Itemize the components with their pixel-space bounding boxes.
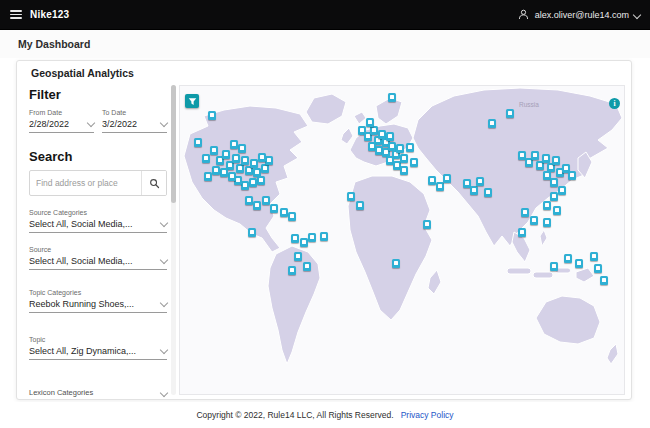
map-marker[interactable] xyxy=(300,238,308,247)
search-button[interactable] xyxy=(141,171,166,195)
source-select[interactable]: Select All, Social Media,... xyxy=(29,256,167,270)
map-marker[interactable] xyxy=(202,154,210,163)
map-marker[interactable] xyxy=(550,262,558,271)
map-marker[interactable] xyxy=(400,166,408,175)
map-marker[interactable] xyxy=(400,154,408,163)
source-categories-select[interactable]: Select All, Social Media,... xyxy=(29,219,167,233)
map-marker[interactable] xyxy=(594,264,602,273)
topic-label: Topic xyxy=(29,336,167,343)
map-marker[interactable] xyxy=(558,186,566,195)
map-marker[interactable] xyxy=(553,206,561,215)
privacy-policy-link[interactable]: Privacy Policy xyxy=(401,410,454,420)
map-marker[interactable] xyxy=(443,174,451,183)
map-marker[interactable] xyxy=(386,132,394,141)
map-marker[interactable] xyxy=(506,109,514,118)
map-marker[interactable] xyxy=(347,192,355,201)
map-marker[interactable] xyxy=(194,138,202,147)
geospatial-map[interactable]: i Russia xyxy=(179,85,625,395)
map-filter-button[interactable] xyxy=(185,94,199,108)
map-marker[interactable] xyxy=(476,177,484,186)
map-marker[interactable] xyxy=(550,192,558,201)
map-marker[interactable] xyxy=(232,154,240,163)
to-date-select[interactable]: 3/2/2022 xyxy=(102,119,167,133)
topic-categories-value: Reebok Running Shoes,... xyxy=(29,299,134,309)
map-marker[interactable] xyxy=(241,156,249,165)
map-marker[interactable] xyxy=(265,156,273,165)
map-marker[interactable] xyxy=(258,153,266,162)
map-marker[interactable] xyxy=(356,201,364,210)
map-marker[interactable] xyxy=(488,119,496,128)
map-marker[interactable] xyxy=(248,228,256,237)
map-marker[interactable] xyxy=(396,144,404,153)
map-marker[interactable] xyxy=(288,212,296,221)
map-marker[interactable] xyxy=(250,159,258,168)
map-marker[interactable] xyxy=(531,151,539,160)
from-date-select[interactable]: 2/28/2022 xyxy=(29,119,94,133)
map-marker[interactable] xyxy=(590,252,598,261)
map-marker[interactable] xyxy=(600,276,608,285)
chevron-down-icon xyxy=(633,10,641,18)
map-marker[interactable] xyxy=(543,218,551,227)
search-icon xyxy=(149,178,160,189)
map-marker[interactable] xyxy=(220,168,228,177)
lexicon-categories-select[interactable]: Lexicon Categories xyxy=(29,388,167,397)
map-marker[interactable] xyxy=(280,208,288,217)
map-marker[interactable] xyxy=(410,158,418,167)
map-marker[interactable] xyxy=(245,196,253,205)
map-marker[interactable] xyxy=(262,196,270,205)
map-marker[interactable] xyxy=(406,143,414,152)
map-marker[interactable] xyxy=(428,176,436,185)
map-marker[interactable] xyxy=(253,201,261,210)
hamburger-menu-icon[interactable] xyxy=(10,10,22,19)
topic-select[interactable]: Select All, Zig Dynamica,... xyxy=(29,346,167,360)
map-marker[interactable] xyxy=(212,166,220,175)
map-marker[interactable] xyxy=(543,201,551,210)
map-marker[interactable] xyxy=(436,182,444,191)
topic-categories-select[interactable]: Reebok Running Shoes,... xyxy=(29,299,167,313)
scrollbar-thumb[interactable] xyxy=(171,85,176,203)
map-marker[interactable] xyxy=(370,126,378,135)
map-marker[interactable] xyxy=(484,188,492,197)
map-marker[interactable] xyxy=(530,216,538,225)
map-marker[interactable] xyxy=(288,266,296,275)
map-marker[interactable] xyxy=(261,164,269,173)
map-marker[interactable] xyxy=(303,262,311,271)
search-input[interactable] xyxy=(30,171,141,195)
map-marker[interactable] xyxy=(294,252,302,261)
map-marker[interactable] xyxy=(392,259,400,268)
map-marker[interactable] xyxy=(521,208,529,217)
topic-categories-label: Topic Categories xyxy=(29,289,167,296)
map-marker[interactable] xyxy=(470,186,478,195)
map-marker[interactable] xyxy=(210,146,218,155)
map-marker[interactable] xyxy=(222,150,230,159)
map-marker[interactable] xyxy=(423,220,431,229)
map-marker[interactable] xyxy=(552,156,560,165)
map-marker[interactable] xyxy=(564,254,572,263)
to-date-value: 3/2/2022 xyxy=(102,119,137,129)
map-marker[interactable] xyxy=(236,164,244,173)
map-marker[interactable] xyxy=(228,172,236,181)
map-marker[interactable] xyxy=(208,111,216,120)
map-marker[interactable] xyxy=(320,232,328,241)
map-marker[interactable] xyxy=(568,171,576,180)
map-marker[interactable] xyxy=(366,118,374,127)
map-marker[interactable] xyxy=(257,176,265,185)
map-marker[interactable] xyxy=(518,228,526,237)
map-marker[interactable] xyxy=(238,144,246,153)
map-marker[interactable] xyxy=(230,140,238,149)
map-marker[interactable] xyxy=(308,233,316,242)
map-marker[interactable] xyxy=(204,172,212,181)
source-categories-label: Source Categories xyxy=(29,209,167,216)
map-marker[interactable] xyxy=(575,259,583,268)
funnel-icon xyxy=(188,97,197,106)
user-menu[interactable]: alex.oliver@rule14.com xyxy=(517,8,640,21)
map-marker[interactable] xyxy=(388,93,396,102)
map-marker[interactable] xyxy=(241,181,249,190)
map-marker[interactable] xyxy=(291,234,299,243)
copyright-text: Copyright © 2022, Rule14 LLC, All Rights… xyxy=(196,410,393,420)
map-marker[interactable] xyxy=(550,178,558,187)
map-marker[interactable] xyxy=(542,154,550,163)
map-marker[interactable] xyxy=(249,178,257,187)
map-marker[interactable] xyxy=(270,204,278,213)
map-info-button[interactable]: i xyxy=(609,98,620,109)
